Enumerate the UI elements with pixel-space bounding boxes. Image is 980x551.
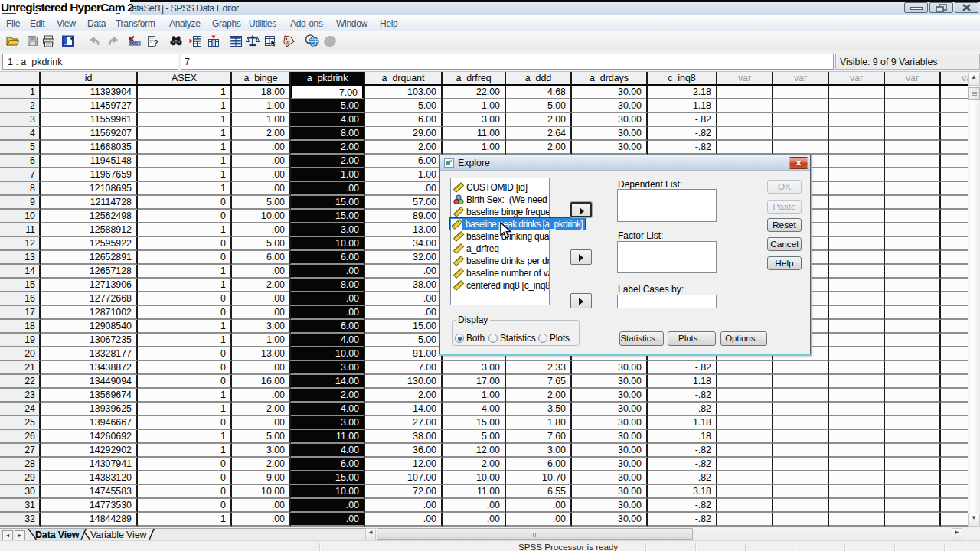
svg-text:#: # bbox=[286, 39, 290, 46]
svg-text:?: ? bbox=[153, 38, 158, 47]
